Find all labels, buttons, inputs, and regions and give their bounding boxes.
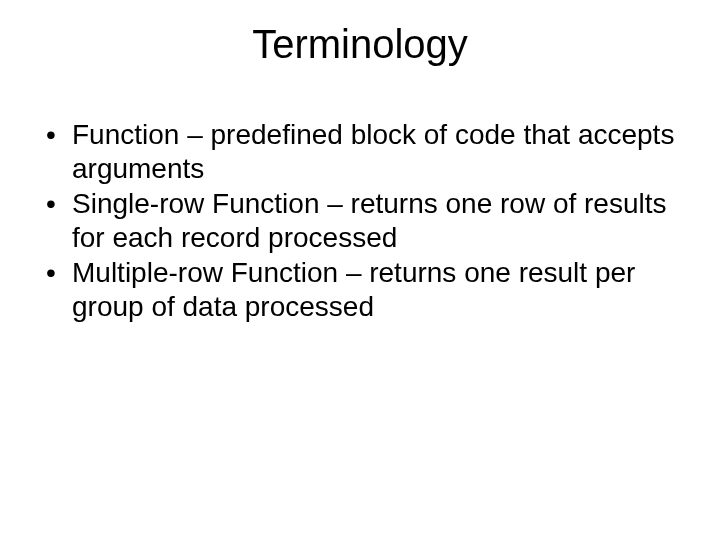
- slide: Terminology Function – predefined block …: [0, 0, 720, 540]
- slide-body: Function – predefined block of code that…: [42, 118, 678, 326]
- list-item: Multiple-row Function – returns one resu…: [42, 256, 678, 323]
- list-item: Single-row Function – returns one row of…: [42, 187, 678, 254]
- list-item: Function – predefined block of code that…: [42, 118, 678, 185]
- slide-title: Terminology: [0, 22, 720, 67]
- bullet-list: Function – predefined block of code that…: [42, 118, 678, 324]
